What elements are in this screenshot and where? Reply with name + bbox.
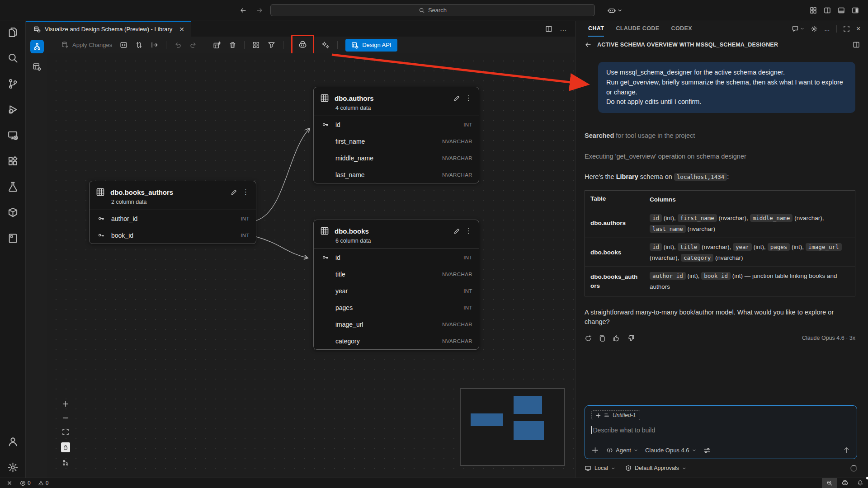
copilot-status-icon[interactable] [837, 478, 853, 488]
tab-schema-designer[interactable]: Visualize and Design Schema (Preview) - … [26, 21, 191, 37]
column-row[interactable]: last_name NVARCHAR [314, 166, 479, 183]
maximize-panel-icon[interactable] [843, 25, 850, 32]
notifications-bell-icon[interactable] [853, 478, 868, 488]
database-panel-icon[interactable] [7, 232, 19, 244]
cell-columns: id (int), first_name (nvarchar), middle_… [644, 209, 855, 238]
minimap[interactable] [460, 388, 565, 466]
table-menu-icon[interactable]: ⋮ [465, 94, 472, 102]
column-row[interactable]: year INT [314, 282, 479, 299]
edit-table-icon[interactable] [231, 188, 238, 196]
back-icon[interactable] [585, 41, 592, 48]
export-icon[interactable] [151, 41, 158, 49]
send-icon[interactable] [843, 446, 850, 454]
zoom-in-button[interactable] [62, 400, 69, 408]
problems-errors[interactable]: 0 [20, 480, 31, 486]
column-row[interactable]: image_url NVARCHAR [314, 316, 479, 333]
lock-button[interactable] [61, 442, 70, 452]
column-row[interactable]: pages INT [314, 299, 479, 316]
search-sidebar-icon[interactable] [7, 52, 19, 64]
run-debug-icon[interactable] [7, 103, 19, 115]
tab-close-icon[interactable]: ✕ [179, 26, 184, 33]
environment-selector[interactable]: Local [585, 465, 615, 472]
tools-sliders-icon[interactable] [703, 447, 711, 454]
executing-step[interactable]: Executing 'get_overview' operation on sc… [585, 152, 855, 162]
remote-explorer-icon[interactable] [7, 129, 19, 141]
split-columns-icon[interactable] [824, 7, 831, 14]
back-arrow-icon[interactable] [240, 7, 247, 14]
context-chip[interactable]: Untitled-1 [591, 410, 640, 420]
table-node-authors[interactable]: dbo.authors ⋮ 4 column data id INT [313, 87, 479, 183]
schema-canvas[interactable]: dbo.books_authors ⋮ 2 column data author… [47, 53, 575, 478]
auto-layout-icon[interactable] [252, 41, 260, 49]
edit-table-icon[interactable] [453, 227, 461, 235]
visualize-schema-button[interactable] [30, 40, 44, 53]
table-menu-icon[interactable]: ⋮ [465, 227, 472, 235]
filter-icon[interactable] [268, 41, 275, 49]
copilot-menu-button[interactable] [608, 0, 622, 20]
problems-warnings[interactable]: 0 [38, 480, 49, 486]
forward-arrow-icon[interactable] [256, 7, 263, 14]
undo-icon[interactable] [174, 41, 182, 49]
interactivity-button[interactable] [62, 459, 69, 466]
layout-grid-icon[interactable] [810, 7, 817, 14]
column-row[interactable]: id INT [314, 116, 479, 133]
column-row[interactable]: author_id INT [90, 210, 256, 227]
column-row[interactable]: title NVARCHAR [314, 266, 479, 282]
editor-more-actions-icon[interactable]: … [560, 25, 567, 33]
attach-icon[interactable] [591, 446, 599, 454]
zoom-out-button[interactable] [62, 414, 69, 422]
panel-bottom-icon[interactable] [838, 7, 845, 14]
design-api-button[interactable]: Design API [345, 39, 397, 52]
regenerate-icon[interactable] [585, 335, 592, 342]
searched-step[interactable]: Searched for tool usage in the project [585, 131, 855, 141]
column-row[interactable]: id INT [314, 249, 479, 266]
model-selector[interactable]: Claude Opus 4.6 [645, 447, 696, 454]
table-node-books[interactable]: dbo.books ⋮ 6 column data id INT [313, 220, 479, 350]
table-designer-button[interactable] [30, 60, 44, 73]
table-menu-icon[interactable]: ⋮ [242, 188, 250, 196]
mode-selector[interactable]: Agent [606, 447, 638, 454]
settings-gear-icon[interactable] [7, 461, 19, 473]
zoom-status-icon[interactable] [822, 478, 837, 488]
view-code-icon[interactable] [120, 41, 127, 49]
tab-claude-code[interactable]: CLAUDE CODE [616, 21, 659, 37]
thumbs-down-icon[interactable] [627, 334, 635, 342]
chat-more-icon[interactable]: … [824, 26, 830, 32]
message-actions: Claude Opus 4.6 · 3x [585, 334, 855, 343]
table-node-books-authors[interactable]: dbo.books_authors ⋮ 2 column data author… [89, 181, 256, 244]
copy-icon[interactable] [599, 335, 606, 342]
column-row[interactable]: first_name NVARCHAR [314, 133, 479, 150]
tab-chat[interactable]: CHAT [588, 21, 604, 37]
explorer-icon[interactable] [7, 26, 19, 38]
redo-icon[interactable] [189, 41, 197, 49]
chat-settings-gear-icon[interactable] [811, 25, 818, 33]
containers-icon[interactable] [7, 206, 19, 218]
close-panel-icon[interactable]: ✕ [856, 25, 861, 32]
add-table-icon[interactable] [213, 41, 221, 49]
testing-icon[interactable] [7, 181, 19, 192]
approvals-selector[interactable]: Default Approvals [625, 465, 686, 471]
column-row[interactable]: category NVARCHAR [314, 333, 479, 349]
account-icon[interactable] [7, 436, 19, 447]
copilot-toolbar-icon[interactable] [298, 40, 307, 50]
delete-table-icon[interactable] [229, 41, 236, 49]
fit-view-button[interactable] [62, 428, 69, 436]
split-editor-icon[interactable] [545, 25, 552, 33]
new-chat-icon[interactable] [792, 25, 804, 33]
remote-indicator-icon[interactable] [6, 480, 13, 486]
extensions-icon[interactable] [7, 155, 19, 167]
command-center-search[interactable]: Search [270, 4, 595, 16]
open-in-editor-icon[interactable] [853, 41, 860, 48]
apply-changes-button[interactable]: Apply Changes [61, 41, 112, 49]
chat-input-box[interactable]: Untitled-1 Describe what to build Agent … [585, 405, 857, 459]
source-control-icon[interactable] [7, 78, 19, 89]
tab-codex[interactable]: CODEX [671, 21, 692, 37]
column-type: NVARCHAR [442, 322, 472, 327]
column-row[interactable]: middle_name NVARCHAR [314, 150, 479, 166]
column-row[interactable]: book_id INT [90, 227, 256, 244]
compare-changes-icon[interactable] [135, 41, 143, 49]
panel-right-icon[interactable] [852, 7, 859, 14]
edit-table-icon[interactable] [453, 94, 461, 102]
thumbs-up-icon[interactable] [613, 334, 620, 342]
sparkle-icon[interactable] [322, 41, 330, 49]
